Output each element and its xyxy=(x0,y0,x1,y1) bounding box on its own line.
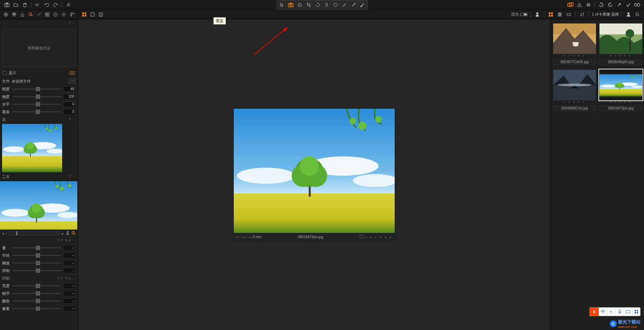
rotate-tool-icon[interactable] xyxy=(314,1,322,9)
more-icon[interactable]: ⋯ xyxy=(72,276,76,280)
thumb-item[interactable]: • • • • • 0928548sjNV.jpg xyxy=(599,23,642,65)
user-icon-2[interactable] xyxy=(625,11,632,18)
undo-small-icon[interactable]: ↶ xyxy=(60,276,63,280)
search-small-icon[interactable] xyxy=(71,231,76,236)
preview-thumbnail-1[interactable] xyxy=(2,124,62,172)
zoom-track[interactable] xyxy=(6,232,60,235)
slider-track[interactable] xyxy=(12,104,61,105)
check-icon[interactable] xyxy=(624,1,632,9)
slider-value[interactable]: -- xyxy=(63,291,76,296)
more-icon[interactable]: ⋯ xyxy=(72,175,76,179)
trash-icon[interactable] xyxy=(21,1,29,9)
more-icon[interactable]: ⋯ xyxy=(72,21,76,25)
multiview-icon[interactable] xyxy=(566,1,575,9)
help-icon[interactable]: ? xyxy=(69,175,71,179)
ime-logo-icon[interactable]: S xyxy=(590,308,599,316)
slider-track[interactable] xyxy=(12,270,61,271)
slider-track[interactable] xyxy=(12,263,61,263)
slider-track[interactable] xyxy=(12,89,61,89)
thumb-grid-icon[interactable] xyxy=(547,11,555,18)
user-small-icon[interactable] xyxy=(66,231,69,236)
thumb-list-icon[interactable] xyxy=(556,11,564,18)
help-icon[interactable]: ? xyxy=(69,118,71,122)
adjustments-tab-icon[interactable] xyxy=(52,11,59,18)
ime-lang[interactable]: 中 xyxy=(599,308,607,316)
main-image[interactable] xyxy=(234,109,395,233)
slider-value[interactable]: -- xyxy=(63,298,76,304)
camera-icon[interactable] xyxy=(3,1,11,9)
thumbnail[interactable] xyxy=(599,23,642,54)
slider-track[interactable] xyxy=(12,293,61,294)
more-icon[interactable]: ⋯ xyxy=(72,239,76,242)
redo-small-icon[interactable]: ↷ xyxy=(65,276,67,280)
slider-track[interactable] xyxy=(12,308,61,309)
slider-value[interactable]: -- xyxy=(63,245,76,251)
slider-track[interactable] xyxy=(12,111,61,112)
preview-thumbnail-2[interactable] xyxy=(0,181,77,230)
rotate-ccw-icon[interactable] xyxy=(597,1,605,9)
quick-tab-icon[interactable] xyxy=(68,11,76,18)
ime-punct-icon[interactable]: •, xyxy=(607,308,615,316)
redo-small-icon[interactable]: ↷ xyxy=(65,239,67,242)
rating-dots[interactable]: • • • • • xyxy=(553,100,596,104)
histogram-tab-icon[interactable] xyxy=(2,11,10,18)
lens-tab-icon[interactable] xyxy=(27,11,35,18)
ime-voice-icon[interactable] xyxy=(615,308,624,316)
crop-tool-icon[interactable] xyxy=(305,1,313,9)
drop-zone[interactable]: 将图像放在这 xyxy=(2,29,76,67)
heal-tool-icon[interactable] xyxy=(349,1,358,9)
slider-value[interactable]: -- xyxy=(63,253,76,258)
slider-track[interactable] xyxy=(12,96,61,97)
slider-value[interactable]: -- xyxy=(63,283,76,289)
cursor-tool-icon[interactable] xyxy=(278,1,286,9)
thumb-item[interactable]: • • • • • 09015473jon.jpg xyxy=(599,70,642,111)
thumbnail[interactable] xyxy=(553,23,596,54)
help-icon[interactable]: ? xyxy=(57,239,59,242)
slider-value[interactable]: -- xyxy=(63,306,76,311)
ime-grid-icon[interactable] xyxy=(632,308,640,316)
chevron-right-icon[interactable]: ▸ xyxy=(62,231,64,236)
undo-small-icon[interactable]: ↶ xyxy=(60,239,63,242)
thumbnail[interactable] xyxy=(553,70,596,100)
slider-track[interactable] xyxy=(12,248,61,248)
brush-tool-icon[interactable] xyxy=(340,1,349,9)
user-icon[interactable] xyxy=(534,11,541,18)
redo-icon[interactable] xyxy=(51,1,60,9)
fit-label[interactable]: 适当 xyxy=(511,12,519,17)
gear-tab-icon[interactable] xyxy=(60,11,68,18)
color-tab-icon[interactable] xyxy=(10,11,18,18)
undo-all-icon[interactable] xyxy=(33,1,42,9)
auto-adjust-icon[interactable] xyxy=(64,1,73,9)
thumb-item[interactable]: • • • • • 0934380lCzU.jpg xyxy=(553,70,596,111)
show-checkbox[interactable] xyxy=(3,71,7,75)
rotate-cw-icon[interactable] xyxy=(606,1,614,9)
rating-dots[interactable]: • • • • • xyxy=(599,100,642,104)
ime-bar[interactable]: S 中 •, xyxy=(589,307,641,316)
ime-keyboard-icon[interactable] xyxy=(624,308,632,316)
grid-icon[interactable] xyxy=(584,1,593,9)
rating-dots[interactable]: • • • • • • xyxy=(365,235,393,239)
thumb-filmstrip-icon[interactable] xyxy=(565,11,573,18)
camera-overlay-tool-icon[interactable] xyxy=(287,1,295,9)
link-icon[interactable] xyxy=(633,1,641,9)
undo-icon[interactable] xyxy=(42,1,51,9)
search-icon-2[interactable] xyxy=(634,11,641,18)
slider-value[interactable]: -- xyxy=(63,268,76,273)
split-view-icon[interactable] xyxy=(97,11,105,18)
eraser-tool-icon[interactable] xyxy=(358,1,367,9)
slider-value[interactable]: 49 xyxy=(63,86,76,92)
keystone-tool-icon[interactable] xyxy=(296,1,304,9)
help-icon[interactable]: ? xyxy=(69,21,71,25)
chevron-left-icon[interactable]: ◂ xyxy=(2,231,4,236)
viewer-checkbox[interactable] xyxy=(360,235,363,239)
camera-small-icon[interactable] xyxy=(69,71,75,76)
rating-dots[interactable]: • • • • • xyxy=(553,54,596,58)
menu-small-icon[interactable]: ≡ xyxy=(69,276,71,280)
rating-dots[interactable]: • • • • • xyxy=(599,54,642,58)
slider-track[interactable] xyxy=(12,255,61,256)
circle-tool-icon[interactable] xyxy=(331,1,340,9)
export-icon[interactable] xyxy=(615,1,623,9)
menu-small-icon[interactable]: ≡ xyxy=(69,239,71,242)
more-icon[interactable]: ⋯ xyxy=(72,118,76,122)
file-browse-button[interactable]: ⋯ xyxy=(69,78,76,84)
